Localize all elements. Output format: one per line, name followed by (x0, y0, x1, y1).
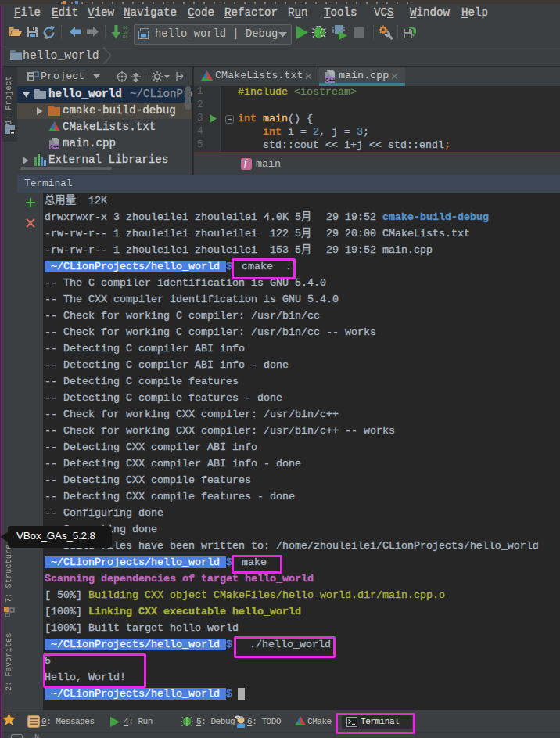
svg-text:C++: C++ (325, 77, 336, 84)
svg-text:C++: C++ (50, 145, 59, 149)
svg-text:01: 01 (123, 34, 128, 39)
